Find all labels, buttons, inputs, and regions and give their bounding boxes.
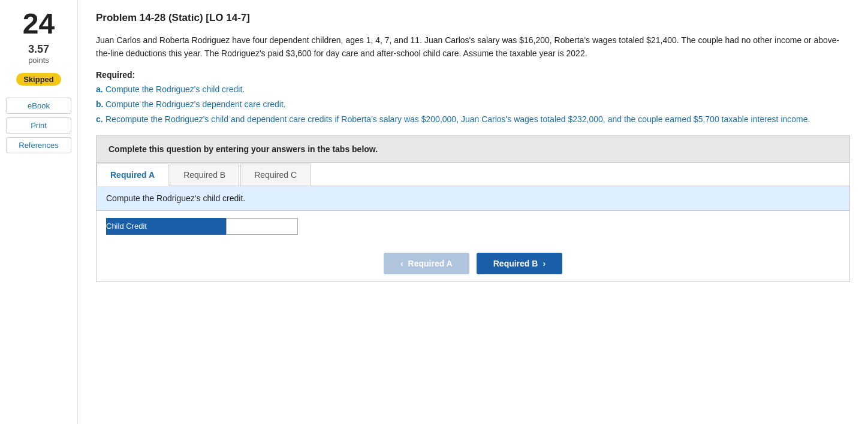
- skipped-badge: Skipped: [16, 73, 61, 86]
- tab-required-c[interactable]: Required C: [240, 163, 311, 186]
- credit-input-cell: [226, 218, 298, 235]
- tabs-container: Required A Required B Required C Compute…: [96, 163, 850, 282]
- references-button[interactable]: References: [6, 137, 71, 153]
- sidebar: 24 3.57 points Skipped eBook Print Refer…: [0, 0, 78, 424]
- tabs-header: Required A Required B Required C: [97, 163, 849, 186]
- requirement-b: b. Compute the Rodriguez's dependent car…: [96, 98, 850, 111]
- tab-description: Compute the Rodriguez's child credit.: [97, 186, 849, 211]
- table-area: Child Credit: [97, 211, 849, 242]
- credit-label: Child Credit: [106, 218, 226, 235]
- problem-title: Problem 14-28 (Static) [LO 14-7]: [96, 12, 850, 24]
- points-value: 3.57: [28, 43, 49, 56]
- problem-number: 24: [23, 10, 55, 38]
- nav-buttons: ‹ Required A Required B ›: [97, 242, 849, 281]
- instruction-box: Complete this question by entering your …: [96, 135, 850, 163]
- requirement-a: a. Compute the Rodriguez's child credit.: [96, 83, 850, 96]
- tab-required-b[interactable]: Required B: [170, 163, 239, 186]
- table-row: Child Credit: [106, 218, 298, 235]
- print-button[interactable]: Print: [6, 117, 71, 134]
- problem-text: Juan Carlos and Roberta Rodriguez have f…: [96, 34, 850, 60]
- prev-button[interactable]: ‹ Required A: [384, 253, 469, 274]
- points-label: points: [28, 56, 49, 65]
- requirement-c: c. Recompute the Rodriguez's child and d…: [96, 113, 850, 126]
- required-label: Required:: [96, 70, 850, 80]
- next-button-label: Required B: [493, 259, 538, 268]
- tab-content-a: Compute the Rodriguez's child credit. Ch…: [97, 186, 849, 281]
- next-button[interactable]: Required B ›: [477, 253, 562, 274]
- prev-arrow-icon: ‹: [400, 259, 403, 268]
- main-content: Problem 14-28 (Static) [LO 14-7] Juan Ca…: [78, 0, 868, 424]
- ebook-button[interactable]: eBook: [6, 98, 71, 114]
- next-arrow-icon: ›: [542, 259, 545, 268]
- tab-required-a[interactable]: Required A: [97, 163, 168, 186]
- child-credit-input[interactable]: [226, 218, 298, 235]
- prev-button-label: Required A: [408, 259, 453, 268]
- requirements-list: a. Compute the Rodriguez's child credit.…: [96, 83, 850, 126]
- credit-table: Child Credit: [106, 218, 298, 235]
